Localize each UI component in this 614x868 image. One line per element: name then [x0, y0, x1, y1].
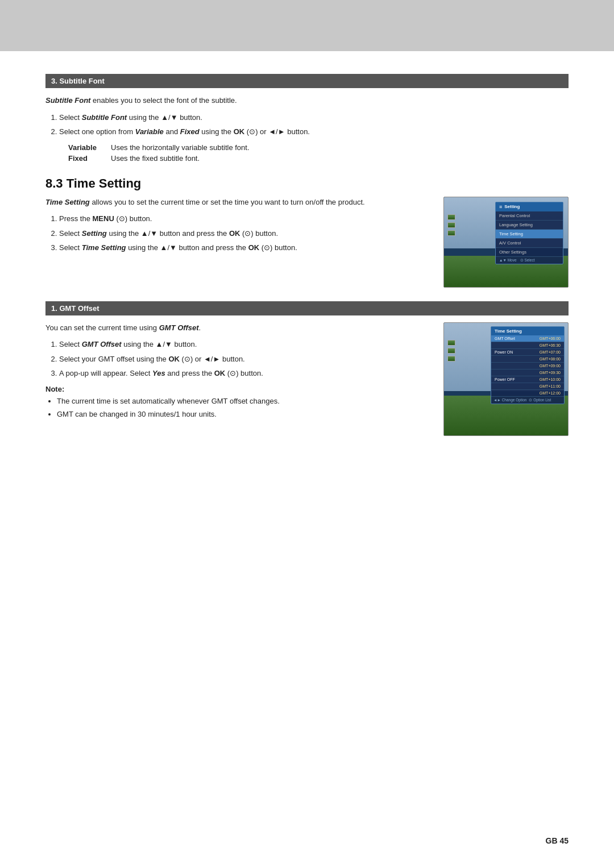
note-item-1: The current time is set automatically wh…	[57, 396, 430, 407]
footer-move: ▲▼ Move	[499, 258, 517, 263]
note-label: Note:	[45, 385, 430, 393]
gmt-row-0800: GMT+08:00	[491, 356, 564, 363]
subtitle-font-step-2: Select one option from Variable and Fixe…	[59, 126, 569, 138]
time-setting-step-3: Select Time Setting using the ▲/▼ button…	[59, 242, 430, 254]
gmt-val-offset: GMT+06:00	[540, 337, 561, 340]
time-setting-screenshot: Setting Parental Control Language Settin…	[443, 197, 569, 288]
time-setting-title: 8.3 Time Setting	[45, 176, 569, 191]
gmt-offset-content: You can set the current time using GMT O…	[45, 322, 569, 436]
gmt-val-1100: GMT+11:00	[540, 384, 561, 388]
thumb-3	[447, 230, 455, 236]
gmt-screenshot-col: Time Setting GMT Offset GMT+06:00 GMT+06…	[443, 322, 569, 436]
def-term-fixed: Fixed	[68, 154, 99, 163]
gmt-row-offset: GMT Offset GMT+06:00	[491, 335, 564, 342]
gmt-screenshot: Time Setting GMT Offset GMT+06:00 GMT+06…	[443, 322, 569, 436]
gmt-row-0630: GMT+06:30	[491, 342, 564, 349]
gmt-val-0630: GMT+06:30	[540, 343, 561, 347]
time-setting-text-col: Time Setting allows you to set the curre…	[45, 197, 430, 259]
page-number: GB 45	[546, 836, 569, 845]
gmt-menu-footer: ◄► Change Option ⊙ Option List	[491, 397, 564, 404]
setting-menu-overlay: Setting Parental Control Language Settin…	[495, 202, 563, 264]
gmt-offset-intro: You can set the current time using GMT O…	[45, 322, 430, 334]
gmt-row-0900: GMT+09:00	[491, 363, 564, 369]
gmt-offset-header: 1. GMT Offset	[45, 301, 569, 315]
gmt-offset-steps: Select GMT Offset using the ▲/▼ button. …	[59, 339, 430, 379]
gmt-step-1: Select GMT Offset using the ▲/▼ button.	[59, 339, 430, 350]
screenshot-thumbnails	[447, 214, 455, 236]
note-list: The current time is set automatically wh…	[57, 396, 430, 420]
gmt-val-1200: GMT+12:00	[540, 391, 561, 395]
page-container: 3. Subtitle Font Subtitle Font enables y…	[0, 0, 614, 868]
gmt-val-1000: GMT+10:00	[540, 377, 561, 381]
setting-menu-title: Setting	[496, 202, 563, 211]
note-section: Note: The current time is set automatica…	[45, 385, 430, 420]
gmt-row-power-off: Power OFF GMT+10:00	[491, 376, 564, 383]
def-desc-variable: Uses the horizontally variable subtitle …	[111, 143, 250, 152]
gmt-step-3: A pop-up will appear. Select Yes and pre…	[59, 368, 430, 379]
gmt-step-2: Select your GMT offset using the OK (⊙) …	[59, 354, 430, 365]
gmt-offset-title: 1. GMT Offset	[51, 304, 99, 313]
thumb-1	[447, 214, 455, 220]
gmt-row-0930: GMT+09:30	[491, 369, 564, 376]
menu-item-other: Other Settings	[496, 248, 563, 257]
menu-item-parental: Parental Control	[496, 211, 563, 221]
footer-option-list: ⊙ Option List	[529, 398, 551, 402]
gmt-label-power-on: Power ON	[495, 350, 513, 354]
def-term-variable: Variable	[68, 143, 99, 152]
gmt-row-1100: GMT+11:00	[491, 383, 564, 390]
gmt-val-0800: GMT+08:00	[540, 357, 561, 361]
gmt-val-0700: GMT+07:00	[540, 350, 561, 354]
footer-change: ◄► Change Option	[493, 398, 526, 402]
content-area: 3. Subtitle Font Subtitle Font enables y…	[0, 51, 614, 470]
gmt-label-offset: GMT Offset	[495, 337, 515, 340]
menu-item-time: Time Setting	[496, 230, 563, 239]
gmt-thumb-2	[447, 348, 455, 354]
time-setting-step-2: Select Setting using the ▲/▼ button and …	[59, 228, 430, 239]
gmt-menu-overlay: Time Setting GMT Offset GMT+06:00 GMT+06…	[491, 326, 565, 404]
gmt-row-1200: GMT+12:00	[491, 390, 564, 397]
gmt-row-power-on: Power ON GMT+07:00	[491, 349, 564, 356]
subtitle-font-header: 3. Subtitle Font	[45, 74, 569, 88]
def-row-variable: Variable Uses the horizontally variable …	[68, 143, 569, 152]
thumb-2	[447, 222, 455, 228]
note-item-2: GMT can be changed in 30 minutes/1 hour …	[57, 409, 430, 420]
gmt-menu-title: Time Setting	[491, 327, 564, 335]
subtitle-font-title: 3. Subtitle Font	[51, 77, 105, 85]
def-row-fixed: Fixed Uses the fixed subtitle font.	[68, 154, 569, 163]
gmt-val-0930: GMT+09:30	[540, 371, 561, 375]
subtitle-font-intro: Subtitle Font enables you to select the …	[45, 95, 569, 106]
gmt-thumb-3	[447, 356, 455, 362]
time-setting-screenshot-col: Setting Parental Control Language Settin…	[443, 197, 569, 288]
subtitle-font-definitions: Variable Uses the horizontally variable …	[68, 143, 569, 163]
subtitle-font-steps: Select Subtitle Font using the ▲/▼ butto…	[59, 112, 569, 138]
setting-menu-footer: ▲▼ Move ⊙ Select	[496, 257, 563, 264]
time-setting-steps: Press the MENU (⊙) button. Select Settin…	[59, 213, 430, 254]
gmt-thumbnails	[447, 340, 455, 362]
gmt-val-0900: GMT+09:00	[540, 364, 561, 368]
menu-item-av: A/V Control	[496, 239, 563, 248]
gmt-thumb-1	[447, 340, 455, 346]
time-setting-step-1: Press the MENU (⊙) button.	[59, 213, 430, 225]
time-setting-intro: Time Setting allows you to set the curre…	[45, 197, 430, 208]
top-header-bar	[0, 0, 614, 51]
gmt-label-power-off: Power OFF	[495, 377, 515, 381]
subtitle-font-step-1: Select Subtitle Font using the ▲/▼ butto…	[59, 112, 569, 123]
menu-item-language: Language Setting	[496, 221, 563, 230]
footer-select: ⊙ Select	[520, 258, 535, 263]
gmt-offset-text-col: You can set the current time using GMT O…	[45, 322, 430, 422]
def-desc-fixed: Uses the fixed subtitle font.	[111, 154, 200, 163]
time-setting-content: Time Setting allows you to set the curre…	[45, 197, 569, 288]
